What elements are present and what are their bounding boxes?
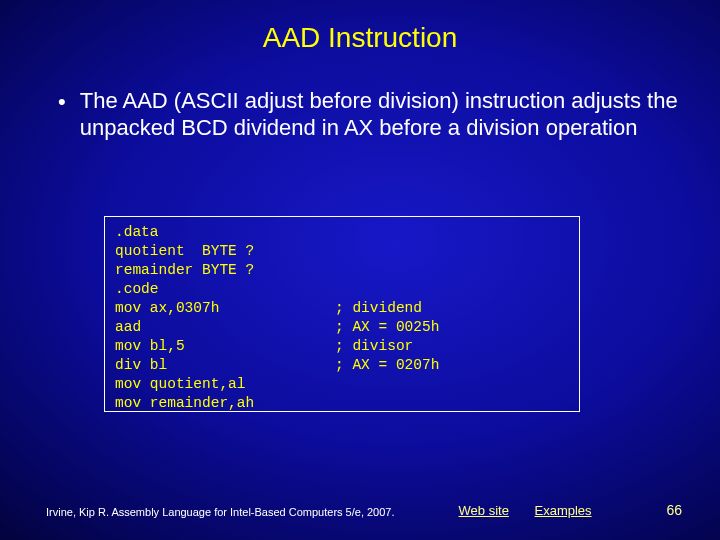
code-line: .code	[115, 280, 335, 299]
bullet-icon: •	[58, 89, 66, 116]
code-line: aad	[115, 318, 335, 337]
code-comment: ; AX = 0207h	[335, 356, 439, 375]
code-comment: ; divisor	[335, 337, 413, 356]
footer: Irvine, Kip R. Assembly Language for Int…	[0, 502, 720, 518]
examples-link[interactable]: Examples	[535, 503, 592, 518]
code-line: mov remainder,ah	[115, 394, 335, 413]
code-comment: ; AX = 0025h	[335, 318, 439, 337]
web-site-link[interactable]: Web site	[459, 503, 509, 518]
slide-title: AAD Instruction	[0, 0, 720, 54]
footer-citation: Irvine, Kip R. Assembly Language for Int…	[46, 506, 435, 518]
page-number: 66	[666, 502, 690, 518]
code-comment: ; dividend	[335, 299, 422, 318]
bullet-text: The AAD (ASCII adjust before division) i…	[80, 88, 680, 142]
code-line: mov bl,5	[115, 337, 335, 356]
code-line: mov ax,0307h	[115, 299, 335, 318]
bullet-item: • The AAD (ASCII adjust before division)…	[0, 88, 720, 142]
code-block: .data quotient BYTE ? remainder BYTE ? .…	[104, 216, 580, 412]
code-line: quotient BYTE ?	[115, 242, 335, 261]
code-line: div bl	[115, 356, 335, 375]
code-line: .data	[115, 223, 335, 242]
code-line: remainder BYTE ?	[115, 261, 335, 280]
slide: AAD Instruction • The AAD (ASCII adjust …	[0, 0, 720, 540]
footer-links: Web site Examples	[459, 503, 614, 518]
code-line: mov quotient,al	[115, 375, 335, 394]
